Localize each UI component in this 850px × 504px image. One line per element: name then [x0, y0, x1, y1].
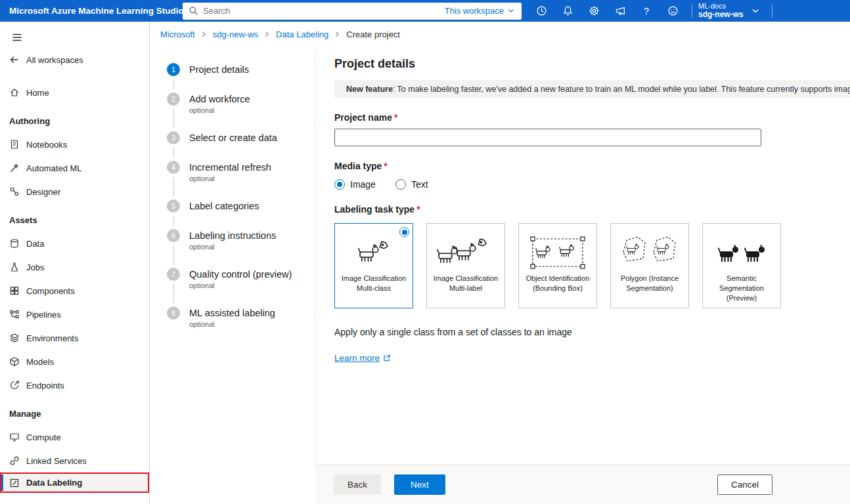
back-button[interactable]: Back: [334, 474, 381, 495]
task-description: Apply only a single class from a set of …: [334, 327, 850, 337]
sidebar-item-data[interactable]: Data: [0, 232, 149, 255]
search-scope-label: This workspace: [445, 6, 504, 16]
step-select-or-create-data[interactable]: 3 Select or create data: [167, 131, 315, 144]
search-box: This workspace: [183, 3, 522, 20]
required-asterisk: *: [416, 204, 420, 215]
breadcrumb-separator-icon: [202, 31, 206, 37]
endpoints-icon: [9, 380, 20, 390]
sidebar-item-components[interactable]: Components: [0, 279, 149, 303]
page-title: Project details: [334, 57, 850, 71]
app-title: Microsoft Azure Machine Learning Studio: [0, 6, 183, 16]
sidebar-item-designer[interactable]: Designer: [0, 180, 149, 203]
sidebar-item-endpoints[interactable]: Endpoints: [0, 373, 149, 397]
step-incremental-refresh[interactable]: 4 Incremental refreshoptional: [167, 161, 315, 183]
jobs-icon: [9, 262, 20, 272]
breadcrumb-workspace[interactable]: sdg-new-ws: [213, 30, 258, 39]
sidebar-section-authoring: Authoring: [0, 104, 149, 133]
help-icon[interactable]: ?: [633, 0, 660, 22]
next-button[interactable]: Next: [394, 474, 445, 495]
compute-icon: [9, 432, 20, 442]
environments-icon: [9, 333, 20, 343]
search-scope-dropdown[interactable]: This workspace: [445, 6, 516, 16]
step-add-workforce[interactable]: 2 Add workforceoptional: [167, 93, 315, 115]
breadcrumb-data-labeling[interactable]: Data Labeling: [276, 30, 328, 39]
task-card-semantic-segmentation[interactable]: Semantic Segmentation (Preview): [702, 223, 781, 308]
banner-bold-text: New feature: [346, 85, 393, 94]
data-icon: [9, 238, 20, 249]
sidebar-item-automated-ml[interactable]: Automated ML: [0, 156, 149, 180]
chevron-down-icon: [508, 9, 514, 13]
media-option-image[interactable]: Image: [334, 179, 376, 190]
external-link-icon: [383, 354, 390, 362]
clock-icon[interactable]: [528, 0, 554, 22]
back-arrow-icon: [9, 54, 20, 65]
sidebar-item-pipelines[interactable]: Pipelines: [0, 303, 149, 326]
data-labeling-icon: [9, 478, 20, 488]
sidebar-item-linked-services[interactable]: Linked Services: [0, 449, 149, 472]
breadcrumb-current: Create project: [346, 30, 400, 39]
all-workspaces-back-link[interactable]: All workspaces: [0, 47, 149, 73]
dogs-in-bounding-box-icon: [526, 233, 589, 272]
labeling-task-type-label: Labeling task type*: [334, 204, 850, 215]
bell-icon[interactable]: [554, 0, 581, 22]
step-quality-control[interactable]: 7 Quality control (preview)optional: [167, 268, 315, 290]
breadcrumb-microsoft[interactable]: Microsoft: [160, 30, 195, 39]
main-content: Project details New feature: To make lab…: [315, 47, 850, 465]
sidebar-item-environments[interactable]: Environments: [0, 326, 149, 350]
notebooks-icon: [9, 139, 20, 150]
workspace-name: sdg-new-ws: [698, 10, 744, 20]
step-labeling-instructions[interactable]: 6 Labeling instructionsoptional: [167, 229, 315, 251]
sidebar-item-jobs[interactable]: Jobs: [0, 255, 149, 279]
step-project-details[interactable]: 1 Project details: [167, 63, 315, 76]
dogs-polygon-outline-icon: [618, 233, 681, 272]
breadcrumb-separator-icon: [265, 31, 269, 37]
sidebar-section-manage: Manage: [0, 397, 149, 425]
task-card-image-classification-multiclass[interactable]: Image Classification Multi-class: [334, 223, 413, 308]
workspace-selector[interactable]: ML-docs sdg-new-ws: [698, 2, 744, 19]
sidebar: All workspaces Home Authoring Notebooks …: [0, 22, 150, 504]
topbar-separator: [692, 5, 692, 18]
media-option-text[interactable]: Text: [395, 179, 428, 190]
topbar-separator: [772, 5, 772, 18]
task-card-polygon-segmentation[interactable]: Polygon (Instance Segmentation): [610, 223, 689, 308]
cancel-button[interactable]: Cancel: [717, 474, 772, 495]
card-radio-selected-icon: [399, 227, 409, 237]
linked-services-icon: [9, 455, 20, 466]
project-name-input[interactable]: [334, 129, 761, 146]
pipelines-icon: [9, 309, 20, 320]
step-ml-assisted-labeling[interactable]: 8 ML assisted labelingoptional: [167, 306, 315, 329]
step-label-categories[interactable]: 5 Label categories: [167, 200, 315, 213]
sidebar-item-home[interactable]: Home: [0, 81, 149, 104]
breadcrumb: Microsoft sdg-new-ws Data Labeling Creat…: [150, 22, 850, 47]
search-input[interactable]: [203, 6, 440, 16]
task-card-object-identification[interactable]: Object Identification (Bounding Box): [518, 223, 597, 308]
components-icon: [9, 285, 20, 296]
topbar: Microsoft Azure Machine Learning Studio …: [0, 0, 850, 22]
hamburger-menu-icon[interactable]: [9, 30, 25, 45]
media-type-radio-group: Image Text: [334, 179, 850, 190]
task-card-image-classification-multilabel[interactable]: Image Classification Multi-label: [426, 223, 505, 308]
sidebar-item-models[interactable]: Models: [0, 350, 149, 373]
sidebar-item-compute[interactable]: Compute: [0, 425, 149, 449]
dog-with-tag-icon: [342, 233, 405, 272]
models-icon: [9, 356, 20, 367]
home-icon: [9, 87, 20, 98]
feedback-megaphone-icon[interactable]: [607, 0, 633, 22]
sidebar-section-assets: Assets: [0, 203, 149, 232]
smiley-feedback-icon[interactable]: [660, 0, 686, 22]
required-asterisk: *: [394, 112, 397, 123]
search-icon: [189, 6, 198, 16]
gear-icon[interactable]: [581, 0, 607, 22]
sidebar-item-data-labeling[interactable]: Data Labeling: [0, 472, 149, 493]
dogs-filled-silhouette-icon: [710, 233, 773, 272]
learn-more-link[interactable]: Learn more: [334, 353, 390, 363]
chevron-down-icon[interactable]: [751, 9, 759, 14]
radio-unselected-icon: [395, 179, 406, 190]
sidebar-item-notebooks[interactable]: Notebooks: [0, 133, 149, 156]
topbar-icon-group: ?: [528, 0, 686, 22]
new-feature-banner: New feature: To make labeling faster, we…: [334, 80, 850, 98]
automated-ml-icon: [9, 163, 20, 173]
media-type-label: Media type*: [334, 161, 850, 171]
task-type-card-group: Image Classification Multi-class Image C…: [334, 223, 850, 308]
banner-text: : To make labeling faster, we've added a…: [393, 85, 850, 94]
